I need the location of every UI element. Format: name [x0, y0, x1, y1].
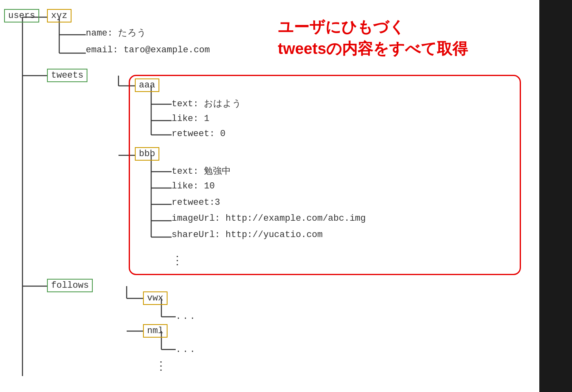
vwx-node: vwx	[143, 291, 168, 305]
tweet-aaa-retweet: retweet: 0	[172, 129, 226, 139]
follows-node: follows	[47, 279, 93, 292]
tweet-bbb-like: like: 10	[172, 181, 215, 191]
vwx-ellipsis: ...	[176, 311, 197, 322]
tweets-ellipsis: ⋮	[172, 253, 185, 267]
xyz-node: xyz	[47, 9, 72, 22]
tweet-bbb-text: text: 勉強中	[172, 165, 231, 177]
tweet-aaa-text: text: おはよう	[172, 97, 241, 110]
xyz-label: xyz	[47, 9, 72, 22]
annotation-line1: ユーザにひもづく	[278, 16, 468, 38]
aaa-node: aaa	[135, 78, 159, 92]
users-label: users	[4, 9, 39, 22]
email-field: email: taro@example.com	[86, 45, 210, 55]
main-container: ユーザにひもづく tweetsの内容をすべて取得	[0, 0, 572, 392]
nml-ellipsis: ...	[176, 345, 197, 355]
tweets-label: tweets	[47, 69, 87, 82]
nml-label: nml	[143, 324, 168, 338]
nml-node: nml	[143, 324, 168, 338]
follows-label: follows	[47, 279, 93, 292]
follows-vertical-dots: ⋮	[155, 360, 167, 374]
bbb-node: bbb	[135, 147, 159, 161]
name-field: name: たろう	[86, 27, 146, 39]
annotation-line2: tweetsの内容をすべて取得	[278, 38, 468, 60]
tweet-aaa-like: like: 1	[172, 114, 209, 124]
tweets-node: tweets	[47, 69, 87, 82]
bbb-label: bbb	[135, 147, 159, 161]
users-node: users	[4, 9, 39, 22]
vwx-label: vwx	[143, 291, 168, 305]
right-panel	[539, 0, 572, 392]
tweet-bbb-imageurl: imageUrl: http://example.com/abc.img	[172, 213, 366, 224]
aaa-label: aaa	[135, 78, 159, 92]
tweet-bbb-retweet: retweet:3	[172, 197, 220, 208]
tweet-bbb-shareurl: shareUrl: http://yucatio.com	[172, 230, 323, 240]
annotation: ユーザにひもづく tweetsの内容をすべて取得	[278, 16, 468, 60]
